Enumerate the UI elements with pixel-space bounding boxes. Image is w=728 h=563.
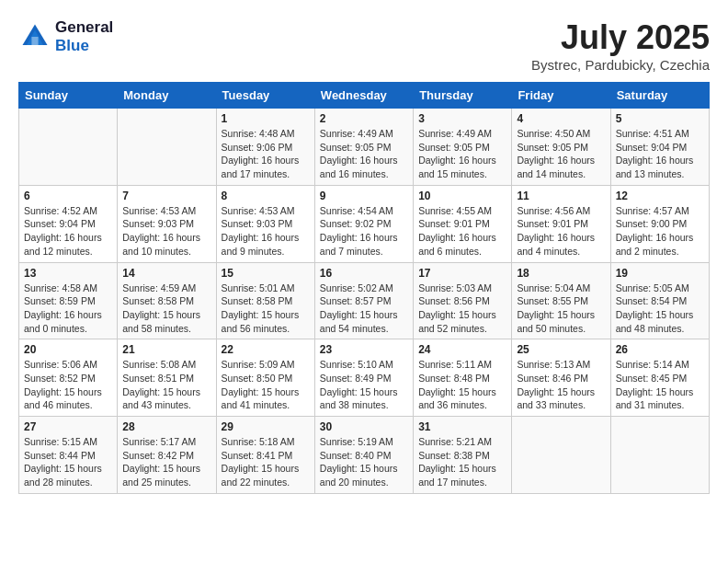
day-info: Sunrise: 5:03 AM Sunset: 8:56 PM Dayligh… [418,282,506,336]
day-number: 11 [517,190,605,202]
weekday-header: Tuesday [216,83,314,109]
day-info: Sunrise: 5:21 AM Sunset: 8:38 PM Dayligh… [418,435,506,489]
calendar-week-row: 1Sunrise: 4:48 AM Sunset: 9:06 PM Daylig… [19,109,710,186]
day-number: 5 [616,112,704,125]
calendar-cell: 5Sunrise: 4:51 AM Sunset: 9:04 PM Daylig… [610,109,709,186]
day-info: Sunrise: 5:13 AM Sunset: 8:46 PM Dayligh… [517,358,605,412]
calendar-cell: 18Sunrise: 5:04 AM Sunset: 8:55 PM Dayli… [512,262,610,339]
day-info: Sunrise: 5:10 AM Sunset: 8:49 PM Dayligh… [320,358,408,412]
calendar-cell: 31Sunrise: 5:21 AM Sunset: 8:38 PM Dayli… [414,417,512,494]
calendar-cell: 1Sunrise: 4:48 AM Sunset: 9:06 PM Daylig… [216,109,314,186]
calendar-cell: 17Sunrise: 5:03 AM Sunset: 8:56 PM Dayli… [414,262,512,339]
day-number: 3 [418,112,506,125]
calendar-cell: 24Sunrise: 5:11 AM Sunset: 8:48 PM Dayli… [414,339,512,417]
calendar-cell [512,417,610,494]
day-number: 15 [222,267,310,280]
day-info: Sunrise: 5:01 AM Sunset: 8:58 PM Dayligh… [222,282,310,336]
weekday-header: Monday [118,83,216,109]
calendar-cell: 21Sunrise: 5:08 AM Sunset: 8:51 PM Dayli… [118,339,216,417]
logo: General Blue [18,18,113,55]
day-number: 16 [320,267,408,280]
calendar-cell: 7Sunrise: 4:53 AM Sunset: 9:03 PM Daylig… [118,185,216,262]
day-number: 20 [24,343,112,356]
weekday-header: Wednesday [314,83,413,109]
day-info: Sunrise: 5:09 AM Sunset: 8:50 PM Dayligh… [222,358,310,412]
day-number: 4 [517,112,605,125]
day-number: 6 [24,190,112,202]
svg-rect-2 [31,37,38,45]
day-number: 12 [616,190,704,202]
day-info: Sunrise: 5:05 AM Sunset: 8:54 PM Dayligh… [616,282,704,336]
calendar-cell: 26Sunrise: 5:14 AM Sunset: 8:45 PM Dayli… [610,339,709,417]
day-number: 31 [418,420,506,433]
calendar-cell: 6Sunrise: 4:52 AM Sunset: 9:04 PM Daylig… [19,185,118,262]
day-number: 30 [320,420,408,433]
weekday-header: Saturday [610,83,709,109]
day-info: Sunrise: 4:57 AM Sunset: 9:00 PM Dayligh… [616,204,704,259]
calendar-cell: 28Sunrise: 5:17 AM Sunset: 8:42 PM Dayli… [118,417,216,494]
calendar-cell [118,109,216,186]
calendar-cell: 11Sunrise: 4:56 AM Sunset: 9:01 PM Dayli… [512,185,610,262]
day-info: Sunrise: 5:14 AM Sunset: 8:45 PM Dayligh… [616,358,704,412]
day-info: Sunrise: 4:51 AM Sunset: 9:04 PM Dayligh… [616,127,704,181]
day-info: Sunrise: 4:59 AM Sunset: 8:58 PM Dayligh… [122,282,210,336]
weekday-header-row: SundayMondayTuesdayWednesdayThursdayFrid… [19,83,710,109]
calendar-cell: 2Sunrise: 4:49 AM Sunset: 9:05 PM Daylig… [314,109,413,186]
day-number: 25 [517,343,605,356]
calendar-cell: 23Sunrise: 5:10 AM Sunset: 8:49 PM Dayli… [314,339,413,417]
logo-icon [18,20,51,53]
day-info: Sunrise: 5:18 AM Sunset: 8:41 PM Dayligh… [222,435,310,489]
day-number: 18 [517,267,605,280]
day-info: Sunrise: 4:50 AM Sunset: 9:05 PM Dayligh… [517,127,605,181]
day-info: Sunrise: 5:17 AM Sunset: 8:42 PM Dayligh… [122,435,210,489]
day-info: Sunrise: 4:55 AM Sunset: 9:01 PM Dayligh… [418,204,506,259]
day-info: Sunrise: 4:54 AM Sunset: 9:02 PM Dayligh… [320,204,408,259]
calendar-cell: 9Sunrise: 4:54 AM Sunset: 9:02 PM Daylig… [314,185,413,262]
calendar-cell: 27Sunrise: 5:15 AM Sunset: 8:44 PM Dayli… [19,417,118,494]
day-number: 22 [222,343,310,356]
calendar-cell: 13Sunrise: 4:58 AM Sunset: 8:59 PM Dayli… [19,262,118,339]
calendar-week-row: 27Sunrise: 5:15 AM Sunset: 8:44 PM Dayli… [19,417,710,494]
day-number: 14 [122,267,210,280]
day-info: Sunrise: 5:04 AM Sunset: 8:55 PM Dayligh… [517,282,605,336]
calendar-cell: 30Sunrise: 5:19 AM Sunset: 8:40 PM Dayli… [314,417,413,494]
calendar-cell: 3Sunrise: 4:49 AM Sunset: 9:05 PM Daylig… [414,109,512,186]
day-info: Sunrise: 5:11 AM Sunset: 8:48 PM Dayligh… [418,358,506,412]
day-number: 23 [320,343,408,356]
day-info: Sunrise: 4:56 AM Sunset: 9:01 PM Dayligh… [517,204,605,259]
calendar-week-row: 6Sunrise: 4:52 AM Sunset: 9:04 PM Daylig… [19,185,710,262]
day-info: Sunrise: 5:08 AM Sunset: 8:51 PM Dayligh… [122,358,210,412]
day-info: Sunrise: 4:49 AM Sunset: 9:05 PM Dayligh… [320,127,408,181]
day-number: 17 [418,267,506,280]
day-number: 27 [24,420,112,433]
day-number: 9 [320,190,408,202]
calendar-week-row: 13Sunrise: 4:58 AM Sunset: 8:59 PM Dayli… [19,262,710,339]
day-number: 28 [122,420,210,433]
calendar-cell: 8Sunrise: 4:53 AM Sunset: 9:03 PM Daylig… [216,185,314,262]
calendar-cell: 22Sunrise: 5:09 AM Sunset: 8:50 PM Dayli… [216,339,314,417]
day-info: Sunrise: 4:53 AM Sunset: 9:03 PM Dayligh… [222,204,310,259]
day-number: 13 [24,267,112,280]
day-number: 8 [222,190,310,202]
day-number: 29 [222,420,310,433]
weekday-header: Sunday [19,83,118,109]
calendar-cell: 4Sunrise: 4:50 AM Sunset: 9:05 PM Daylig… [512,109,610,186]
day-number: 2 [320,112,408,125]
calendar-cell [610,417,709,494]
day-number: 26 [616,343,704,356]
calendar-week-row: 20Sunrise: 5:06 AM Sunset: 8:52 PM Dayli… [19,339,710,417]
day-info: Sunrise: 4:53 AM Sunset: 9:03 PM Dayligh… [122,204,210,259]
day-info: Sunrise: 4:58 AM Sunset: 8:59 PM Dayligh… [24,282,112,336]
day-info: Sunrise: 5:06 AM Sunset: 8:52 PM Dayligh… [24,358,112,412]
day-number: 21 [122,343,210,356]
day-number: 7 [122,190,210,202]
logo-text: General Blue [55,18,113,55]
calendar-cell [19,109,118,186]
calendar-cell: 20Sunrise: 5:06 AM Sunset: 8:52 PM Dayli… [19,339,118,417]
day-info: Sunrise: 5:02 AM Sunset: 8:57 PM Dayligh… [320,282,408,336]
day-number: 10 [418,190,506,202]
calendar-cell: 12Sunrise: 4:57 AM Sunset: 9:00 PM Dayli… [610,185,709,262]
calendar-cell: 10Sunrise: 4:55 AM Sunset: 9:01 PM Dayli… [414,185,512,262]
title-block: July 2025 Bystrec, Pardubicky, Czechia [531,18,710,73]
day-number: 1 [222,112,310,125]
